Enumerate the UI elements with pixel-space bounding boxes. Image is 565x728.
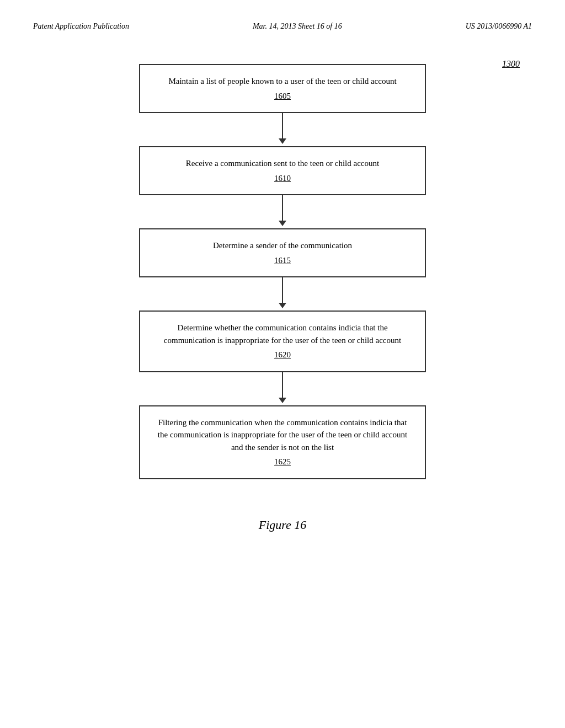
box-1605-number: 1605 xyxy=(153,90,412,103)
box-1625: Filtering the communication when the com… xyxy=(139,405,426,479)
box-1625-number: 1625 xyxy=(153,456,412,468)
arrow-head-1 xyxy=(279,138,286,144)
box-1610-number: 1610 xyxy=(153,172,412,185)
figure-caption: Figure 16 xyxy=(33,518,532,532)
arrow-line-2 xyxy=(282,195,283,221)
box-1610: Receive a communication sent to the teen… xyxy=(139,146,426,195)
box-1620-text: Determine whether the communication cont… xyxy=(153,322,412,346)
box-1605-text: Maintain a list of people known to a use… xyxy=(153,75,412,88)
arrow-head-4 xyxy=(279,398,286,403)
box-1615-number: 1615 xyxy=(153,254,412,267)
arrow-2 xyxy=(279,195,286,228)
box-1615-text: Determine a sender of the communication xyxy=(153,239,412,252)
arrow-3 xyxy=(279,277,286,311)
arrow-line-1 xyxy=(282,113,283,138)
box-1605: Maintain a list of people known to a use… xyxy=(139,64,426,113)
arrow-line-4 xyxy=(282,372,283,398)
arrow-4 xyxy=(279,372,286,405)
header-patent-number: US 2013/0066990 A1 xyxy=(466,22,532,31)
arrow-head-2 xyxy=(279,221,286,226)
header-publication-label: Patent Application Publication xyxy=(33,22,129,31)
box-1615: Determine a sender of the communication … xyxy=(139,228,426,277)
box-1620-number: 1620 xyxy=(153,349,412,361)
diagram-label: 1300 xyxy=(502,59,520,69)
box-1620: Determine whether the communication cont… xyxy=(139,311,426,372)
page: Patent Application Publication Mar. 14, … xyxy=(0,0,565,728)
arrow-head-3 xyxy=(279,303,286,308)
box-1625-text: Filtering the communication when the com… xyxy=(153,416,412,454)
arrow-1 xyxy=(279,113,286,146)
arrow-line-3 xyxy=(282,277,283,303)
flowchart: 1300 Maintain a list of people known to … xyxy=(89,64,476,479)
page-header: Patent Application Publication Mar. 14, … xyxy=(33,22,532,31)
box-1610-text: Receive a communication sent to the teen… xyxy=(153,157,412,170)
header-date-sheet: Mar. 14, 2013 Sheet 16 of 16 xyxy=(253,22,342,31)
